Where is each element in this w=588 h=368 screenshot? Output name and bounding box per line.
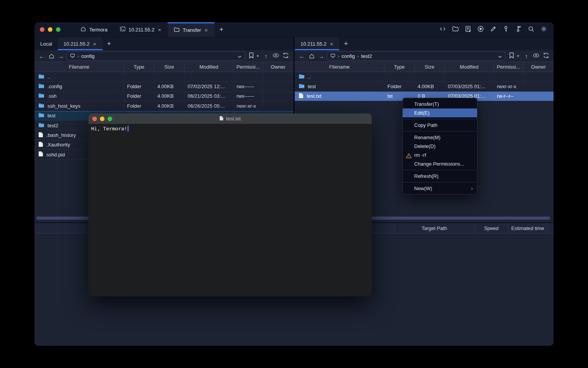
menu-item-edit[interactable]: Edit(E)	[403, 108, 477, 117]
menu-item-label: New(W)	[414, 186, 432, 191]
parent-directory-button[interactable]: ↑	[262, 53, 270, 59]
refresh-button[interactable]	[542, 52, 550, 60]
close-icon[interactable]: ×	[157, 27, 162, 33]
column-header-permissions[interactable]: Permissi...	[234, 62, 263, 72]
forward-button[interactable]: →	[317, 53, 325, 59]
menu-item-refresh[interactable]: Refresh(R)	[403, 172, 477, 181]
tab-local[interactable]: Local	[34, 37, 58, 50]
filename: .Xauthority	[46, 142, 70, 148]
key-manager-button[interactable]	[502, 26, 510, 33]
left-nav-bar: ← → › config ▾ ↑	[34, 50, 293, 62]
home-icon	[49, 53, 54, 59]
file-row-ssh[interactable]: .ssh Folder4.00KB06/21/2025 03:...rwx---…	[34, 92, 293, 101]
transfer-column-estimated-time[interactable]: Estimated time	[508, 223, 547, 233]
file-row-config[interactable]: .config Folder4.00KB07/02/2025 12:...rwx…	[34, 82, 293, 91]
column-header-filename[interactable]: Filename	[34, 62, 124, 72]
menu-item-label: rm -rf	[414, 152, 426, 158]
refresh-icon	[283, 52, 289, 60]
bookmark-dropdown-button[interactable]: ▾	[257, 54, 261, 58]
close-icon[interactable]: ×	[330, 41, 334, 47]
column-header-owner[interactable]: Owner	[263, 62, 293, 72]
log-button[interactable]	[464, 26, 472, 33]
tab-terminal-session[interactable]: 10.211.55.2 ×	[114, 22, 168, 37]
filename: test2	[47, 123, 58, 128]
file-manager-button[interactable]	[451, 26, 459, 33]
crumb-segment[interactable]: test2	[361, 53, 372, 59]
editor-close-button[interactable]	[92, 117, 97, 121]
file-row-ssh-host-keys[interactable]: ssh_host_keys Folder4.00KB06/26/2025 05:…	[34, 101, 293, 111]
key-icon	[503, 26, 509, 34]
file-row-test[interactable]: test Folder4.00KB07/03/2025 01:...rwxr-x…	[295, 82, 554, 91]
new-panel-tab-button[interactable]: +	[339, 37, 353, 50]
macro-button[interactable]	[477, 26, 484, 33]
column-header-filename[interactable]: Filename	[295, 62, 384, 72]
menu-item-change-permissions[interactable]: Change Permissions...	[403, 159, 477, 168]
home-button[interactable]	[308, 53, 315, 59]
menu-item-transfer[interactable]: Transfer(T)	[403, 100, 477, 108]
parent-directory-button[interactable]: ↑	[523, 53, 530, 59]
show-hidden-button[interactable]	[271, 52, 280, 60]
snippets-button[interactable]	[439, 26, 446, 33]
context-menu: Transfer(T) Edit(E) Copy Path Rename(M) …	[402, 98, 477, 195]
settings-button[interactable]	[540, 26, 547, 33]
new-tab-button[interactable]: +	[214, 22, 229, 37]
home-button[interactable]	[47, 53, 55, 59]
path-breadcrumb[interactable]: › config › test2	[327, 51, 505, 61]
transfer-column-tail	[547, 223, 554, 233]
file-row-parent[interactable]: ..	[295, 72, 554, 82]
transfer-column-speed[interactable]: Speed	[475, 223, 508, 233]
menu-item-delete[interactable]: Delete(D)	[403, 142, 477, 151]
filename: ..	[308, 74, 310, 80]
column-header-modified[interactable]: Modified	[445, 62, 494, 72]
refresh-button[interactable]	[281, 52, 290, 60]
computer-icon	[70, 53, 75, 59]
keychain-button[interactable]	[514, 26, 522, 33]
file-row-parent[interactable]: ..	[34, 72, 293, 82]
close-icon[interactable]: ×	[204, 27, 208, 33]
column-header-size[interactable]: Size	[154, 62, 185, 72]
column-header-size[interactable]: Size	[415, 62, 445, 72]
chevron-down-icon[interactable]	[238, 53, 242, 59]
forward-button[interactable]: →	[57, 53, 65, 59]
editor-minimize-button[interactable]	[100, 117, 105, 121]
right-nav-icons: ▾ ↑	[507, 52, 550, 60]
folder-icon	[299, 83, 305, 90]
close-icon[interactable]: ×	[93, 41, 97, 47]
transfer-column-hidden-1	[34, 223, 82, 233]
crumb-segment[interactable]: config	[341, 53, 355, 59]
show-hidden-button[interactable]	[532, 52, 540, 60]
tab-remote-session[interactable]: 10.211.55.2 ×	[58, 37, 102, 50]
chevron-down-icon[interactable]	[498, 53, 502, 59]
menu-item-rm-rf[interactable]: rm -rf	[403, 151, 477, 159]
bookmark-button[interactable]	[247, 52, 255, 60]
tab-remote-session[interactable]: 10.211.55.2 ×	[295, 37, 339, 50]
bookmark-button[interactable]	[507, 52, 516, 60]
menu-item-new[interactable]: New(W)›	[403, 184, 477, 193]
new-panel-tab-button[interactable]: +	[103, 37, 116, 50]
folder-icon	[452, 26, 459, 34]
search-button[interactable]	[527, 26, 535, 33]
column-header-owner[interactable]: Owner	[523, 62, 554, 72]
column-header-modified[interactable]: Modified	[185, 62, 234, 72]
zoom-window-button[interactable]	[56, 27, 60, 32]
menu-item-rename[interactable]: Rename(M)	[403, 133, 477, 142]
editor-zoom-button[interactable]	[108, 117, 112, 121]
edit-button[interactable]	[489, 26, 497, 33]
column-header-permissions[interactable]: Permissi...	[494, 62, 523, 72]
folder-icon	[38, 83, 44, 90]
tab-termora-home[interactable]: Termora	[74, 22, 114, 37]
tab-transfer[interactable]: Transfer ×	[168, 22, 214, 37]
path-breadcrumb[interactable]: › config	[67, 51, 245, 61]
crumb-segment[interactable]: config	[81, 53, 95, 59]
close-window-button[interactable]	[40, 27, 44, 32]
minimize-window-button[interactable]	[48, 27, 52, 32]
editor-text-area[interactable]: Hi, Termora!	[88, 124, 372, 296]
column-header-type[interactable]: Type	[124, 62, 154, 72]
transfer-column-target-path[interactable]: Target Path	[394, 223, 475, 233]
back-button[interactable]: ←	[298, 53, 306, 59]
menu-item-copy-path[interactable]: Copy Path	[403, 121, 477, 130]
editor-traffic-lights	[88, 117, 116, 121]
bookmark-dropdown-button[interactable]: ▾	[517, 54, 521, 58]
column-header-type[interactable]: Type	[384, 62, 415, 72]
back-button[interactable]: ←	[38, 53, 46, 59]
